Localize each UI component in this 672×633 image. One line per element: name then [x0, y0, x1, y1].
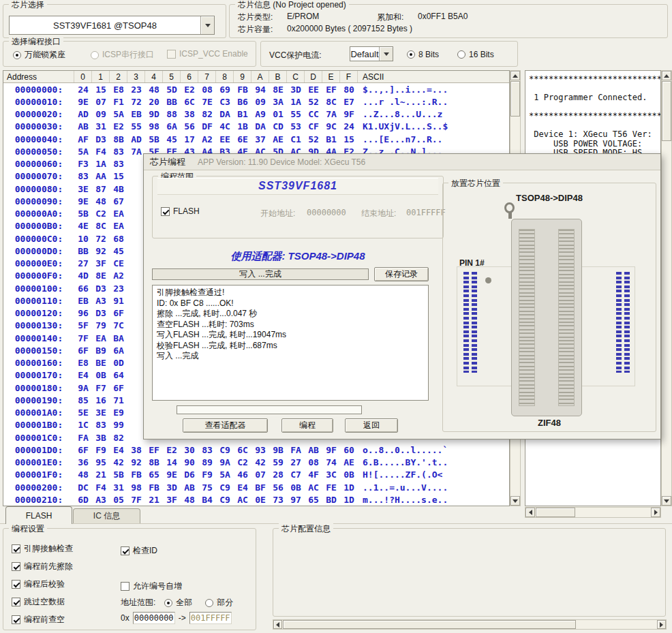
- adapter-note: 使用适配器: TSOP48->DIP48: [152, 250, 444, 263]
- hex-row[interactable]: 00000200:DCF43198FB3DAB75C9E4BF560BACFE1…: [3, 481, 509, 493]
- interface-group-title: 选择编程接口: [9, 36, 63, 48]
- hex-header-cell: D: [305, 71, 322, 82]
- chevron-down-icon[interactable]: [379, 47, 393, 61]
- checkbox-icon: [121, 582, 129, 591]
- icsp-vcc-checkbox[interactable]: ICSP_VCC Enable: [167, 49, 248, 59]
- hex-header-cell: 0: [74, 71, 92, 82]
- hex-prefix-label: 0x: [121, 613, 129, 623]
- chip-select-group-title: 芯片选择: [9, 0, 47, 11]
- settings-checkbox-item[interactable]: 编程前先擦除: [12, 561, 73, 571]
- dialog-titlebar[interactable]: 芯片编程 APP Version: 11.90 Device Model: XG…: [144, 154, 660, 170]
- dialog-log[interactable]: 引脚接触检查通过! ID: 0x BF C8 ......OK! 擦除 ...完…: [152, 285, 429, 401]
- scroll-right-button[interactable]: [657, 620, 666, 629]
- checkbox-icon: [167, 50, 176, 59]
- zif48-label: ZIF48: [443, 418, 656, 428]
- pin1-label: PIN 1#: [459, 258, 485, 268]
- settings-checkbox-item[interactable]: 引脚接触检查: [12, 544, 73, 553]
- settings-checkbox-item[interactable]: 跳过空数据: [12, 597, 73, 606]
- icsp-serial-radio[interactable]: ICSP串行接口: [91, 49, 154, 61]
- tab-ic-info[interactable]: IC 信息: [73, 508, 140, 523]
- hex-header-cell: E: [322, 71, 340, 82]
- scroll-up-button[interactable]: [510, 71, 520, 80]
- bottom-horizontal-scrollbar[interactable]: [273, 619, 667, 630]
- view-adapter-button[interactable]: 查看适配器: [183, 418, 268, 433]
- programming-dialog: 芯片编程 APP Version: 11.90 Device Model: XG…: [143, 153, 661, 439]
- hex-header: Address0123456789ABCDEFASCII: [3, 71, 509, 83]
- check-id-checkbox[interactable]: 检查ID: [121, 545, 157, 557]
- checkbox-label: 编程前查空: [24, 614, 65, 626]
- checkbox-label: 跳过空数据: [24, 596, 65, 608]
- programming-range-group: 编程范围 SST39VF1681 FLASH 开始地址: 00000000 结束…: [152, 176, 444, 238]
- flash-checkbox[interactable]: FLASH: [161, 206, 200, 216]
- programming-settings-group: 编程设置 引脚接触检查编程前先擦除编程后校验跳过空数据编程前查空 检查ID 允许…: [3, 528, 256, 630]
- chip-type-value: E/PROM: [287, 12, 319, 21]
- chip-placement-group: 放置芯片位置 TSOP48->DIP48 PIN 1# ZIF48: [442, 183, 656, 432]
- back-button[interactable]: 返回: [345, 418, 398, 433]
- hex-row[interactable]: 00000030:AB31E255986A56DF4C1BDACD53CF9C2…: [3, 121, 509, 133]
- log-horizontal-scrollbar[interactable]: [525, 507, 661, 518]
- scrollbar-thumb[interactable]: [536, 508, 575, 517]
- progress-bar: 写入 ...完成: [152, 268, 369, 280]
- program-button[interactable]: 编程: [281, 418, 333, 433]
- scrollbar-thumb[interactable]: [662, 81, 671, 141]
- hex-row[interactable]: 000001F0:48215BFB659ED6F95A460728C74F3C0…: [3, 469, 509, 481]
- checkbox-label: 检查ID: [133, 545, 157, 557]
- address-range-row: 地址范围: 全部 部分: [121, 597, 233, 608]
- 16bits-radio[interactable]: 16 Bits: [457, 50, 494, 59]
- pin1-dot-icon: [485, 277, 491, 283]
- universal-socket-radio[interactable]: 万能锁紧座: [13, 49, 65, 61]
- auto-number-checkbox[interactable]: 允许编号自增: [121, 581, 182, 592]
- log-vertical-scrollbar[interactable]: [661, 70, 672, 506]
- range-start-input[interactable]: 00000000: [133, 612, 175, 624]
- settings-group-title: 编程设置: [9, 523, 47, 535]
- checkbox-label: FLASH: [173, 206, 200, 216]
- chip-select-value: SST39VF1681 @TSOP48: [10, 16, 200, 34]
- pin-strip-left-icon: [463, 272, 477, 373]
- vcc-current-label: VCC保护电流:: [269, 50, 322, 61]
- hex-row[interactable]: 000001D0:6FF9E438EFE23083C96C939BFAAB9F6…: [3, 444, 509, 456]
- hex-header-cell: 3: [127, 71, 145, 82]
- zif-lever-icon: [504, 202, 515, 213]
- range-part-radio[interactable]: 部分: [205, 597, 233, 608]
- checksum-value: 0x0FF1 B5A0: [418, 12, 468, 21]
- zif-contact-column: [519, 229, 535, 406]
- tab-flash[interactable]: FLASH: [5, 506, 72, 524]
- scroll-down-button[interactable]: [662, 496, 671, 506]
- hex-row[interactable]: 00000040:AFD38BAD5B4517A2EE6E37AEC152B11…: [3, 133, 509, 145]
- range-end-input[interactable]: 001FFFFF: [189, 612, 232, 624]
- chip-select-combo[interactable]: SST39VF1681 @TSOP48: [9, 16, 215, 35]
- hex-header-cell: A: [251, 71, 269, 82]
- dialog-title-info: APP Version: 11.90 Device Model: XGecu T…: [198, 157, 365, 167]
- chevron-down-icon[interactable]: [200, 16, 214, 34]
- chip-select-group: 芯片选择 SST39VF1681 @TSOP48: [3, 4, 226, 38]
- scroll-down-button[interactable]: [510, 496, 520, 506]
- address-range-inputs: 0x 00000000 -> 001FFFFF: [121, 612, 232, 624]
- hex-row[interactable]: 00000020:AD095AEB9D883882DAB1A90155CC7A9…: [3, 108, 509, 121]
- radio-label: 全部: [176, 597, 192, 608]
- checkbox-label: 编程后校验: [24, 578, 65, 590]
- settings-checkbox-item[interactable]: 编程前查空: [12, 615, 73, 624]
- range-all-radio[interactable]: 全部: [164, 597, 192, 608]
- 8bits-radio[interactable]: 8 Bits: [407, 50, 439, 59]
- settings-checkbox-item[interactable]: 编程后校验: [12, 579, 73, 589]
- checkbox-icon: [12, 580, 20, 589]
- hex-row[interactable]: 00000210:6DA3057F213F48B4C9AC0E739765BD1…: [3, 493, 509, 506]
- hex-header-cell: 9: [234, 71, 251, 82]
- programmer-window: 芯片选择 SST39VF1681 @TSOP48 芯片信息 (No Projec…: [0, 0, 672, 633]
- scroll-left-button[interactable]: [525, 508, 535, 517]
- scrollbar-thumb[interactable]: [510, 81, 520, 117]
- hex-header-cell: 6: [181, 71, 198, 82]
- hex-row[interactable]: 00000000:2415E823485DE20869FB948E3DEEEF8…: [3, 83, 509, 95]
- hex-header-cell: C: [287, 71, 305, 82]
- vcc-current-select[interactable]: Default: [350, 46, 393, 61]
- pin-strip-right-icon: [616, 272, 630, 373]
- checkbox-label: 允许编号自增: [133, 581, 182, 592]
- chip-config-group-title: 芯片配置信息: [279, 523, 333, 535]
- scroll-up-button[interactable]: [662, 71, 671, 80]
- scroll-left-button[interactable]: [273, 620, 282, 629]
- save-log-button[interactable]: 保存记录: [374, 267, 429, 281]
- hex-row[interactable]: 000001E0:369542928B1490899AC24259270874A…: [3, 457, 509, 469]
- hex-row[interactable]: 00000010:9E07F17220BB6C7EC3B6093A1A528CE…: [3, 95, 509, 108]
- scrollbar-thumb[interactable]: [283, 620, 576, 629]
- scroll-right-button[interactable]: [651, 508, 660, 517]
